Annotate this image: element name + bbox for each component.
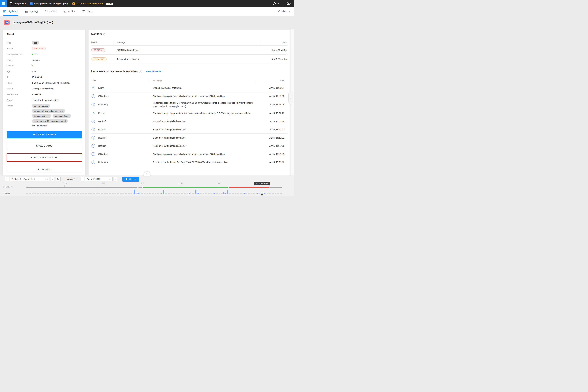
label-chip: name:catalogue — [52, 114, 71, 118]
tab-label: Traces — [86, 10, 93, 12]
pin-count: 0 — [278, 2, 279, 5]
tab-bar-items: HighlightsTopologyEventsMetricsTraces — [4, 7, 100, 16]
event-type: Unhealthy — [98, 161, 108, 164]
pod-badge-icon — [4, 20, 10, 25]
label-chip: node-name:ip-10-...ompute.internal — [32, 119, 68, 123]
tab-metrics[interactable]: Metrics — [64, 7, 75, 16]
pin-icon[interactable] — [273, 2, 276, 5]
events-heading: Last events in the current time window — [91, 70, 138, 73]
event-message: Container 'catalogue' was killed due to … — [153, 153, 225, 155]
event-message: Back-off restarting failed container — [153, 128, 186, 131]
event-row: BackOffBack-off restarting failed contai… — [91, 134, 288, 142]
monitor-message-link[interactable]: OOM Killed (catalogue) — [116, 49, 140, 51]
filter-funnel-icon — [277, 10, 280, 12]
time-travel-warning: You are in time travel mode. Go live — [72, 2, 113, 5]
column-header-time: Time — [256, 80, 288, 82]
event-message: Back-off restarting failed container — [153, 145, 186, 147]
details-panel: Monitors ? Health Message Time CRITICALO… — [89, 29, 290, 175]
event-time-link[interactable]: Apr 5, 15:52:28 — [269, 112, 284, 114]
help-icon[interactable]: ? — [139, 70, 142, 73]
health-segment-unknown — [270, 187, 282, 188]
event-type: OOMKilled — [98, 95, 109, 97]
event-alert-icon — [91, 94, 95, 98]
event-type: BackOff — [98, 136, 106, 139]
events-rows: KillingStopping container catalogueApr 5… — [91, 84, 288, 166]
event-row: UnhealthyReadiness probe failed: Get "ht… — [91, 100, 288, 109]
event-time-link[interactable]: Apr 5, 15:52:14 — [269, 120, 284, 123]
axis-tick-label: 15:31 — [140, 182, 144, 184]
components-grid-icon — [10, 2, 12, 5]
event-count-bar — [198, 193, 199, 194]
time-marker-line[interactable] — [262, 186, 262, 194]
event-message: Container 'catalogue' was killed due to … — [153, 95, 225, 97]
show-last-change-button[interactable]: SHOW LAST CHANGE — [6, 131, 82, 138]
hamburger-menu-button[interactable] — [0, 0, 7, 7]
help-icon[interactable]: ? — [104, 33, 106, 36]
column-header-time: Time — [261, 41, 288, 44]
event-type: OOMKilled — [98, 153, 109, 155]
breadcrumb[interactable]: Components — [10, 2, 26, 5]
owner-link[interactable]: catalogue-69b58cb649 — [32, 87, 54, 90]
time-marker-tooltip: Apr 5, 16:00:09 — [254, 182, 270, 186]
monitor-time-link[interactable]: Apr 5, 15:45:06 — [272, 49, 286, 51]
event-time-link[interactable]: Apr 5, 15:52:01 — [269, 136, 284, 139]
event-runner-icon — [91, 86, 95, 90]
event-time-link[interactable]: Apr 5, 15:59:00 — [269, 95, 284, 97]
column-header-message: Message — [114, 41, 261, 44]
filters-button[interactable]: Filters — [277, 7, 290, 16]
more-labels-link[interactable]: +15 more labels — [32, 124, 47, 127]
timeline-track[interactable]: 15:1315:2215:3115:4015:49Apr 5, 16:00:09 — [26, 176, 282, 196]
topbar-actions: 0 — [273, 2, 294, 5]
chevron-down-icon — [289, 11, 290, 12]
health-segment-clear — [143, 187, 228, 188]
monitor-row: DEVIATINGRestarts for containersApr 5, 1… — [91, 55, 288, 64]
about-row-restarts: Restarts 3 — [6, 63, 82, 69]
event-message: Readiness probe failed: Get "http://10.0… — [153, 161, 228, 164]
axis-tick-label: 15:40 — [178, 182, 183, 184]
monitor-health-badge: DEVIATING — [91, 58, 107, 61]
axis-tick-mark — [103, 185, 103, 187]
monitors-rows: CRITICALOOM Killed (catalogue)Apr 5, 15:… — [91, 46, 288, 64]
show-logs-button[interactable]: SHOW LOGS — [6, 166, 82, 173]
tab-highlights[interactable]: Highlights — [4, 7, 18, 16]
go-live-link[interactable]: Go live — [106, 2, 113, 5]
monitor-message-link[interactable]: Restarts for containers — [116, 58, 139, 60]
event-time-link[interactable]: Apr 5, 15:52:00 — [269, 145, 284, 147]
event-count-bar — [225, 193, 226, 194]
breadcrumb-separator: / — [28, 2, 28, 5]
monitor-health-badge: CRITICAL — [91, 48, 105, 52]
tab-events[interactable]: Events — [46, 7, 56, 16]
event-time-link[interactable]: Apr 5, 15:51:16 — [269, 161, 284, 164]
event-row: OOMKilledContainer 'catalogue' was kille… — [91, 150, 288, 158]
about-row-namespace: Namespace sock-shop — [6, 92, 82, 97]
collapse-panel-handle[interactable]: ‹ — [288, 92, 293, 104]
tab-traces[interactable]: Traces — [82, 7, 93, 16]
range-prev-button[interactable]: ‹ — [5, 177, 9, 182]
about-row-node: Node ip-10-0-21-204.eu-w...1.compute.int… — [6, 80, 82, 86]
event-count-bar — [227, 190, 228, 194]
event-time-link[interactable]: Apr 5, 15:51:59 — [269, 153, 284, 155]
event-type: BackOff — [98, 145, 106, 147]
monitors-section-header: Monitors ? — [91, 33, 288, 36]
metrics-icon — [64, 10, 66, 12]
highlight-annotation-ring: SHOW CONFIGURATION — [6, 154, 82, 162]
event-count-bar — [264, 193, 265, 194]
event-count-bar — [214, 193, 215, 194]
topology-icon — [25, 10, 28, 12]
user-avatar[interactable] — [287, 2, 290, 5]
filters-label: Filters — [282, 10, 288, 12]
show-configuration-button[interactable]: SHOW CONFIGURATION — [7, 154, 82, 162]
breadcrumb-entity[interactable]: catalogue-69b58cb649-gjl5v (pod) — [30, 2, 68, 5]
event-time-link[interactable]: Apr 5, 16:00:37 — [269, 87, 284, 89]
help-icon[interactable]: ? — [11, 186, 13, 188]
event-message: Back-off restarting failed container — [153, 136, 186, 139]
health-row-label: Health ? — [4, 186, 13, 188]
event-time-link[interactable]: Apr 5, 15:52:02 — [269, 128, 284, 131]
view-all-events-link[interactable]: View all events — [146, 70, 161, 73]
event-time-link[interactable]: Apr 5, 15:56:04 — [269, 103, 284, 106]
monitor-time-link[interactable]: Apr 5, 15:46:06 — [272, 58, 286, 60]
tab-topology[interactable]: Topology — [25, 7, 38, 16]
event-type: Killing — [98, 87, 104, 89]
time-marker-handle[interactable] — [261, 194, 263, 196]
show-status-button[interactable]: SHOW STATUS — [6, 142, 82, 150]
